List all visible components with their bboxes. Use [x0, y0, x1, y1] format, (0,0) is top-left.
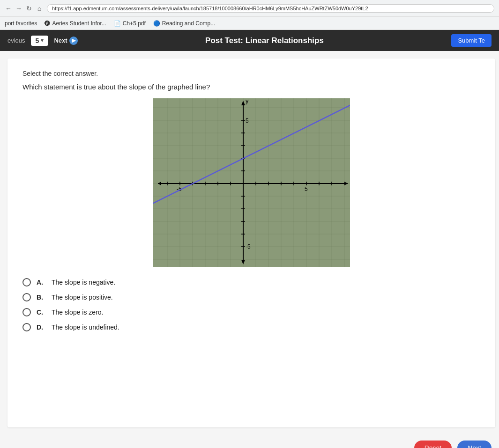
url-bar[interactable]: https://f1.app.edmentum.com/assessments-… — [47, 4, 494, 13]
choice-b-label: B. — [37, 294, 46, 301]
svg-rect-0 — [153, 98, 350, 267]
bookmark-ch5-label: Ch+5.pdf — [123, 20, 146, 27]
pdf-icon: 📄 — [114, 20, 121, 27]
instruction-text: Select the correct answer. — [22, 70, 480, 77]
choice-b[interactable]: B. The slope is positive. — [22, 293, 480, 301]
answer-choices: A. The slope is negative. B. The slope i… — [22, 278, 480, 331]
next-nav[interactable]: Next ▶ — [54, 37, 77, 45]
bookmark-favorites-label: port favorites — [5, 20, 37, 27]
graph-container: x y 5 -5 5 -5 — [153, 98, 350, 267]
browser-bar: ← → ↻ ⌂ https://f1.app.edmentum.com/asse… — [0, 0, 499, 17]
coordinate-graph: x y 5 -5 5 -5 — [153, 98, 350, 267]
bookmark-reading-label: Reading and Comp... — [162, 20, 215, 27]
previous-nav[interactable]: evious — [7, 37, 25, 44]
app-header: evious 5 ▾ Next ▶ Post Test: Linear Rela… — [0, 30, 499, 51]
submit-test-button[interactable]: Submit Te — [451, 34, 492, 47]
bookmark-ch5[interactable]: 📄 Ch+5.pdf — [114, 20, 146, 27]
next-nav-label: Next — [54, 37, 67, 44]
bookmark-favorites[interactable]: port favorites — [5, 20, 37, 27]
choice-a-text: The slope is negative. — [52, 279, 115, 286]
reset-button[interactable]: Reset — [414, 441, 452, 448]
choice-a[interactable]: A. The slope is negative. — [22, 278, 480, 286]
y-positive-5-label: 5 — [246, 118, 249, 124]
y-negative-5-label: -5 — [246, 243, 251, 250]
next-nav-icon: ▶ — [69, 37, 78, 45]
bookmark-bar: port favorites 🅐 Aeries Student Infor...… — [0, 17, 499, 30]
back-icon[interactable]: ← — [5, 5, 12, 12]
choice-d-text: The slope is undefined. — [52, 323, 119, 331]
bookmark-aeries-label: Aeries Student Infor... — [52, 20, 106, 27]
forward-icon[interactable]: → — [15, 5, 22, 12]
y-axis-label: y — [246, 98, 249, 104]
choice-a-label: A. — [37, 279, 46, 286]
radio-a[interactable] — [22, 278, 31, 286]
aeries-icon: 🅐 — [45, 20, 50, 27]
home-icon[interactable]: ⌂ — [36, 5, 43, 12]
action-bar: Reset Next — [0, 435, 499, 448]
previous-label: evious — [7, 37, 25, 44]
question-text: Which statement is true about the slope … — [22, 83, 480, 91]
radio-c[interactable] — [22, 308, 31, 316]
question-number-selector[interactable]: 5 ▾ — [31, 36, 49, 46]
reload-icon[interactable]: ↻ — [25, 5, 33, 12]
main-content: Select the correct answer. Which stateme… — [0, 51, 499, 435]
choice-d[interactable]: D. The slope is undefined. — [22, 323, 480, 331]
question-number: 5 — [36, 37, 39, 44]
next-button[interactable]: Next — [457, 441, 492, 448]
x-positive-5-label: 5 — [305, 186, 308, 192]
radio-d[interactable] — [22, 323, 31, 331]
bookmark-reading[interactable]: 🔵 Reading and Comp... — [153, 20, 215, 27]
choice-c-label: C. — [37, 308, 46, 316]
question-panel: Select the correct answer. Which stateme… — [7, 59, 495, 427]
choice-d-label: D. — [37, 323, 46, 331]
choice-c[interactable]: C. The slope is zero. — [22, 308, 480, 316]
bookmark-aeries[interactable]: 🅐 Aeries Student Infor... — [45, 20, 106, 27]
test-title: Post Test: Linear Relationships — [83, 36, 446, 45]
choice-b-text: The slope is positive. — [52, 294, 113, 301]
reading-icon: 🔵 — [153, 20, 160, 27]
choice-c-text: The slope is zero. — [52, 308, 104, 316]
chevron-down-icon: ▾ — [41, 37, 44, 44]
radio-b[interactable] — [22, 293, 31, 301]
browser-nav-icons: ← → ↻ ⌂ — [5, 5, 43, 12]
